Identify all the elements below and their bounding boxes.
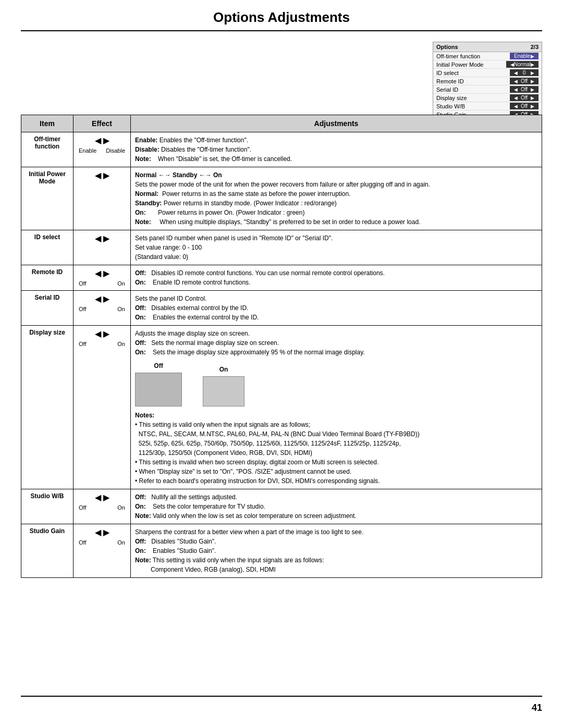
osd-row-1: Initial Power Mode ◀ Normal ▶ <box>433 60 542 69</box>
osd-header: Options 2/3 <box>433 42 542 52</box>
osd-row-6: Studio W/B ◀ Off ▶ <box>433 102 542 110</box>
effect-label-right: On <box>117 504 125 511</box>
item-serial-id: Serial ID <box>21 291 74 326</box>
effect-label-right: On <box>117 341 125 347</box>
effect-label-left: Off <box>79 341 86 347</box>
main-content: Item Effect Adjustments Off-timerfunctio… <box>21 115 542 578</box>
effect-serial-id: ◀ ▶ Off On <box>74 291 131 326</box>
left-arrow-icon[interactable]: ◀ <box>95 329 101 339</box>
item-studio-gain: Studio Gain <box>21 524 74 578</box>
display-off-label: Off <box>135 361 182 371</box>
right-arrow-icon[interactable]: ▶ <box>103 135 109 145</box>
effect-id-select: ◀ ▶ <box>74 230 131 265</box>
adj-off-timer: Enable: Enables the "Off-timer function"… <box>131 132 542 167</box>
display-off-rect <box>135 373 182 406</box>
right-arrow-icon[interactable]: ▶ <box>103 492 109 502</box>
effect-label-right: On <box>117 539 125 546</box>
page-number: 41 <box>532 702 542 713</box>
table-row: Initial PowerMode ◀ ▶ Normal ←→ Standby … <box>21 167 542 230</box>
left-arrow-icon[interactable]: ◀ <box>95 492 101 502</box>
item-remote-id: Remote ID <box>21 265 74 291</box>
effect-off-timer: ◀ ▶ Enable Disable <box>74 132 131 167</box>
effect-label-right: On <box>117 306 125 312</box>
adj-studio-gain: Sharpens the contrast for a better view … <box>131 524 542 578</box>
col-header-effect: Effect <box>74 115 131 132</box>
item-id-select: ID select <box>21 230 74 265</box>
table-row: ID select ◀ ▶ Sets panel ID number when … <box>21 230 542 265</box>
item-display-size: Display size <box>21 326 74 489</box>
display-size-images: Off On <box>135 361 537 406</box>
left-arrow-icon[interactable]: ◀ <box>95 268 101 278</box>
left-arrow-icon[interactable]: ◀ <box>95 294 101 304</box>
left-arrow-icon[interactable]: ◀ <box>95 527 101 537</box>
top-rule <box>21 30 542 31</box>
effect-label-left: Off <box>79 539 86 546</box>
display-on-container: On <box>203 365 244 406</box>
effect-initial-power: ◀ ▶ <box>74 167 131 230</box>
effect-label-left: Off <box>79 306 86 312</box>
adjustments-table: Item Effect Adjustments Off-timerfunctio… <box>21 115 542 578</box>
osd-header-label: Options <box>436 44 458 50</box>
right-arrow-icon[interactable]: ▶ <box>103 170 109 180</box>
adj-studio-wb: Off: Nullify all the settings adjusted. … <box>131 489 542 524</box>
right-arrow-icon[interactable]: ▶ <box>103 268 109 278</box>
page-title: Options Adjustments <box>0 9 563 26</box>
left-arrow-icon[interactable]: ◀ <box>95 170 101 180</box>
effect-studio-wb: ◀ ▶ Off On <box>74 489 131 524</box>
effect-display-size: ◀ ▶ Off On <box>74 326 131 489</box>
osd-row-0: Off-timer function Enable ▶ <box>433 52 542 60</box>
item-off-timer: Off-timerfunction <box>21 132 74 167</box>
display-on-label: On <box>203 365 244 374</box>
left-arrow-icon[interactable]: ◀ <box>95 233 101 243</box>
adj-serial-id: Sets the panel ID Control. Off: Disables… <box>131 291 542 326</box>
table-row: Studio Gain ◀ ▶ Off On Sharpens the cont… <box>21 524 542 578</box>
table-row: Serial ID ◀ ▶ Off On Sets the panel ID C… <box>21 291 542 326</box>
right-arrow-icon[interactable]: ▶ <box>103 233 109 243</box>
left-arrow-icon[interactable]: ◀ <box>95 135 101 145</box>
osd-row-3: Remote ID ◀ Off ▶ <box>433 77 542 85</box>
col-header-adjustments: Adjustments <box>131 115 542 132</box>
display-off-container: Off <box>135 361 182 406</box>
effect-label-left: Enable <box>79 147 96 154</box>
table-row: Studio W/B ◀ ▶ Off On Off: Nullify all t… <box>21 489 542 524</box>
adj-remote-id: Off: Disables ID remote control function… <box>131 265 542 291</box>
adj-id-select: Sets panel ID number when panel is used … <box>131 230 542 265</box>
right-arrow-icon[interactable]: ▶ <box>103 329 109 339</box>
effect-label-right: On <box>117 280 125 287</box>
effect-label-left: Off <box>79 280 86 287</box>
bottom-rule <box>21 696 542 697</box>
display-on-rect <box>203 376 244 406</box>
item-studio-wb: Studio W/B <box>21 489 74 524</box>
osd-screenshot: Options 2/3 Off-timer function Enable ▶ … <box>433 42 542 119</box>
effect-remote-id: ◀ ▶ Off On <box>74 265 131 291</box>
osd-row-5: Display size ◀ Off ▶ <box>433 94 542 102</box>
table-row: Off-timerfunction ◀ ▶ Enable Disable Ena… <box>21 132 542 167</box>
col-header-item: Item <box>21 115 74 132</box>
effect-label-right: Disable <box>106 147 125 154</box>
osd-row-4: Serial ID ◀ Off ▶ <box>433 85 542 94</box>
effect-label-left: Off <box>79 504 86 511</box>
effect-studio-gain: ◀ ▶ Off On <box>74 524 131 578</box>
table-row: Remote ID ◀ ▶ Off On Off: Disables ID re… <box>21 265 542 291</box>
table-row: Display size ◀ ▶ Off On Adjusts the imag… <box>21 326 542 489</box>
item-initial-power: Initial PowerMode <box>21 167 74 230</box>
adj-initial-power: Normal ←→ Standby ←→ On Sets the power m… <box>131 167 542 230</box>
adj-display-size: Adjusts the image display size on screen… <box>131 326 542 489</box>
osd-header-page: 2/3 <box>531 44 538 50</box>
osd-row-2: ID select ◀ 0 ▶ <box>433 69 542 77</box>
right-arrow-icon[interactable]: ▶ <box>103 527 109 537</box>
right-arrow-icon[interactable]: ▶ <box>103 294 109 304</box>
